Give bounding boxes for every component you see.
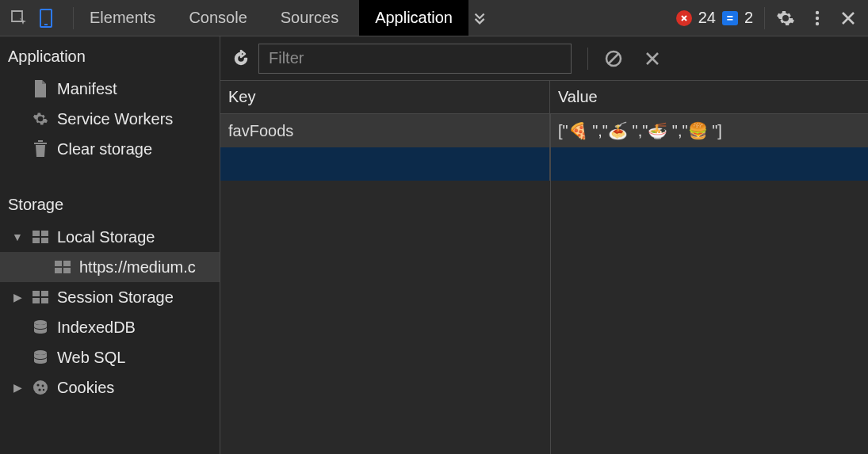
- cookie-icon: [32, 380, 49, 395]
- device-toggle-icon[interactable]: [40, 9, 52, 28]
- sidebar-item-label: IndexedDB: [57, 319, 136, 337]
- devtools-topbar: Elements Console Sources Application 24 …: [0, 0, 868, 36]
- database-icon: [32, 319, 49, 335]
- svg-rect-6: [41, 238, 48, 243]
- tab-application[interactable]: Application: [359, 0, 468, 36]
- storage-table: Key Value favFoods ["🍕 ","🍝 ","🍜 ","🍔 "]: [220, 81, 868, 454]
- sidebar-item-clear-storage[interactable]: Clear storage: [0, 134, 220, 164]
- svg-rect-12: [41, 291, 48, 296]
- sidebar-item-local-storage[interactable]: ▼ Local Storage: [0, 222, 220, 252]
- svg-point-18: [36, 383, 39, 386]
- trash-icon: [32, 140, 49, 158]
- sidebar-item-label: https://medium.c: [79, 258, 196, 277]
- filter-input[interactable]: [258, 44, 572, 74]
- close-devtools-icon[interactable]: [839, 10, 857, 27]
- settings-gear-icon[interactable]: [776, 9, 795, 28]
- column-divider[interactable]: [550, 114, 551, 454]
- tab-elements[interactable]: Elements: [85, 0, 160, 36]
- svg-point-19: [42, 385, 44, 387]
- section-title-application: Application: [0, 36, 220, 74]
- svg-rect-3: [33, 231, 40, 236]
- column-header-value[interactable]: Value: [550, 81, 868, 113]
- errors-count: 24: [698, 9, 716, 27]
- refresh-icon[interactable]: [231, 49, 250, 68]
- section-title-storage: Storage: [0, 185, 220, 222]
- tab-console[interactable]: Console: [184, 0, 251, 36]
- message-badge-icon: =: [722, 11, 738, 25]
- kebab-menu-icon[interactable]: [809, 9, 825, 28]
- cell-key[interactable]: [220, 147, 550, 181]
- error-badge-icon: [676, 10, 692, 26]
- cell-value[interactable]: [550, 147, 868, 181]
- sidebar-item-manifest[interactable]: Manifest: [0, 74, 220, 104]
- storage-content: Key Value favFoods ["🍕 ","🍝 ","🍜 ","🍔 "]: [220, 36, 868, 454]
- chevron-down-icon: ▼: [11, 231, 24, 243]
- cell-key[interactable]: favFoods: [220, 114, 550, 147]
- svg-rect-9: [55, 268, 62, 273]
- separator: [73, 7, 74, 29]
- inspect-icon[interactable]: [10, 9, 29, 28]
- table-body: favFoods ["🍕 ","🍝 ","🍜 ","🍔 "]: [220, 114, 868, 454]
- table-row[interactable]: favFoods ["🍕 ","🍝 ","🍜 ","🍔 "]: [220, 114, 868, 147]
- svg-rect-11: [33, 291, 40, 296]
- main-split: Application Manifest Service Workers Cle…: [0, 36, 868, 454]
- sidebar-item-label: Web SQL: [57, 349, 125, 367]
- sidebar-item-service-workers[interactable]: Service Workers: [0, 104, 220, 134]
- svg-point-15: [34, 320, 47, 325]
- sidebar-item-session-storage[interactable]: ▶ Session Storage: [0, 282, 220, 312]
- svg-rect-4: [41, 231, 48, 236]
- sidebar-item-cookies[interactable]: ▶ Cookies: [0, 372, 220, 402]
- chevron-right-icon: ▶: [11, 381, 24, 394]
- application-sidebar: Application Manifest Service Workers Cle…: [0, 36, 220, 454]
- clear-all-icon[interactable]: [604, 49, 623, 68]
- svg-point-17: [33, 380, 48, 395]
- sidebar-item-label: Session Storage: [57, 288, 174, 307]
- grid-icon: [32, 231, 49, 243]
- svg-rect-10: [63, 268, 71, 273]
- sidebar-item-local-storage-origin[interactable]: https://medium.c: [0, 252, 220, 282]
- delete-selected-icon[interactable]: [644, 50, 661, 67]
- grid-icon: [32, 291, 49, 303]
- cell-value[interactable]: ["🍕 ","🍝 ","🍜 ","🍔 "]: [550, 114, 868, 147]
- sidebar-item-indexeddb[interactable]: IndexedDB: [0, 312, 220, 342]
- sidebar-item-label: Service Workers: [57, 110, 173, 128]
- svg-rect-14: [41, 298, 48, 303]
- filter-toolbar: [220, 36, 868, 81]
- svg-rect-5: [33, 238, 40, 243]
- chevron-right-icon: ▶: [11, 291, 24, 303]
- table-row-empty-selected[interactable]: [220, 147, 868, 181]
- database-icon: [32, 349, 49, 365]
- panel-tabs: Elements Console Sources Application: [80, 0, 461, 36]
- separator: [587, 48, 588, 70]
- sidebar-item-label: Local Storage: [57, 228, 155, 246]
- separator: [764, 7, 765, 29]
- error-warning-counters[interactable]: 24 = 2: [671, 9, 758, 27]
- document-icon: [32, 80, 49, 97]
- sidebar-item-label: Manifest: [57, 80, 117, 98]
- svg-point-2: [816, 21, 819, 25]
- sidebar-item-label: Clear storage: [57, 140, 152, 158]
- svg-point-0: [816, 10, 819, 13]
- more-tabs-icon[interactable]: [461, 10, 500, 27]
- column-header-key[interactable]: Key: [220, 81, 550, 113]
- topbar-left-icons: [10, 9, 67, 28]
- sidebar-item-websql[interactable]: Web SQL: [0, 342, 220, 372]
- svg-rect-13: [33, 298, 40, 303]
- svg-rect-8: [63, 261, 71, 266]
- svg-point-21: [43, 389, 44, 391]
- svg-point-1: [816, 16, 819, 19]
- svg-point-16: [34, 350, 47, 355]
- table-header: Key Value: [220, 81, 868, 114]
- topbar-right-icons: [771, 9, 865, 28]
- svg-point-20: [38, 388, 40, 391]
- tab-sources[interactable]: Sources: [276, 0, 343, 36]
- svg-rect-7: [55, 261, 62, 266]
- messages-count: 2: [744, 9, 753, 27]
- gear-icon: [32, 111, 49, 127]
- grid-icon: [54, 261, 71, 273]
- sidebar-item-label: Cookies: [57, 379, 114, 397]
